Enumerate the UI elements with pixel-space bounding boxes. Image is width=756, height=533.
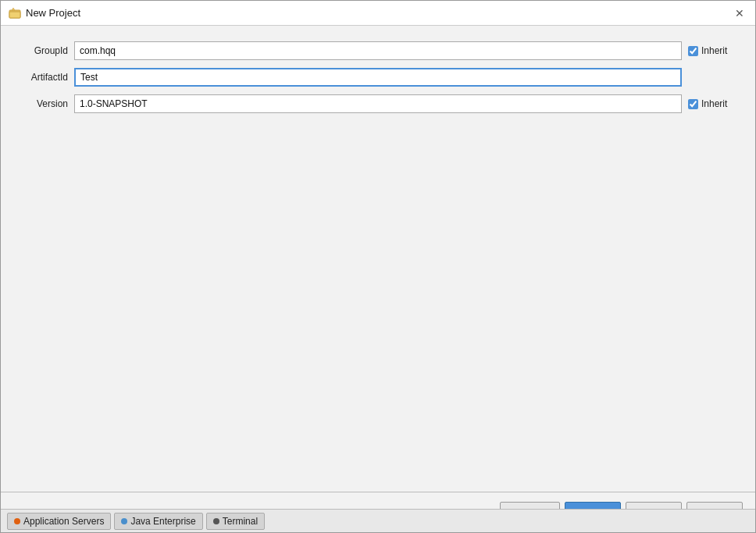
taskbar-item-app-servers[interactable]: Application Servers [7, 513, 111, 530]
title-bar-left: New Project [9, 7, 80, 20]
taskbar-java-enterprise-label: Java Enterprise [130, 516, 195, 527]
dialog-icon [9, 7, 21, 20]
svg-rect-1 [9, 12, 20, 18]
version-inherit-label: Inherit [701, 98, 727, 109]
group-id-input[interactable] [74, 41, 682, 60]
artifact-id-input[interactable] [74, 68, 682, 87]
version-input[interactable] [74, 94, 682, 113]
group-id-label: GroupId [13, 45, 68, 56]
dialog-title: New Project [26, 7, 80, 19]
title-bar: New Project ✕ [1, 1, 755, 26]
close-button[interactable]: ✕ [732, 5, 747, 21]
version-row: Version Inherit [13, 94, 743, 113]
group-id-row: GroupId Inherit [13, 41, 743, 60]
new-project-dialog: New Project ✕ GroupId Inherit ArtifactId… [0, 0, 756, 533]
group-id-inherit-label: Inherit [701, 45, 727, 56]
version-inherit-checkbox[interactable] [688, 99, 698, 109]
app-servers-icon [14, 518, 20, 524]
taskbar-item-terminal[interactable]: Terminal [206, 513, 265, 530]
taskbar-terminal-label: Terminal [223, 516, 258, 527]
terminal-icon [213, 518, 219, 524]
group-id-inherit-area: Inherit [688, 45, 743, 56]
group-id-inherit-checkbox[interactable] [688, 46, 698, 56]
artifact-id-row: ArtifactId Inherit [13, 68, 743, 87]
java-enterprise-icon [121, 518, 127, 524]
taskbar: Application Servers Java Enterprise Term… [1, 509, 755, 532]
svg-marker-2 [12, 8, 15, 10]
version-inherit-area: Inherit [688, 98, 743, 109]
content-area: GroupId Inherit ArtifactId Inherit Versi… [1, 26, 755, 275]
taskbar-app-servers-label: Application Servers [23, 516, 104, 527]
version-label: Version [13, 98, 68, 109]
artifact-id-label: ArtifactId [13, 72, 68, 83]
taskbar-item-java-enterprise[interactable]: Java Enterprise [114, 513, 202, 530]
content-spacer [1, 275, 755, 492]
